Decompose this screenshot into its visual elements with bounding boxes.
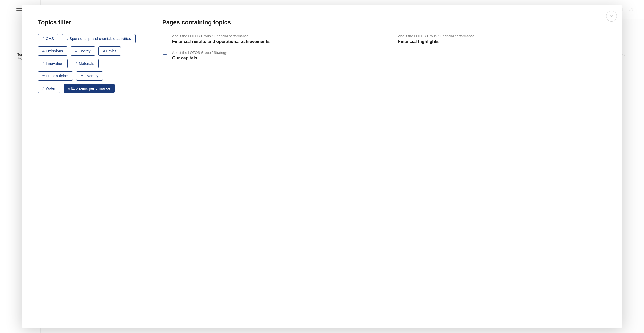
page-title-0: Financial results and operational achiev… <box>172 39 270 44</box>
modal-dialog: × Topics filter # OHS # Sponsorship and … <box>22 5 622 328</box>
pages-list-right: → About the LOTOS Group / Financial perf… <box>388 34 606 61</box>
page-link-1[interactable]: → About the LOTOS Group / Strategy Our c… <box>162 51 380 61</box>
page-link-0[interactable]: → About the LOTOS Group / Financial perf… <box>162 34 380 44</box>
pages-section-title: Pages containing topics <box>162 19 606 26</box>
tag-human-rights[interactable]: # Human rights <box>38 71 73 81</box>
page-breadcrumb-1: About the LOTOS Group / Strategy <box>172 51 227 55</box>
modal-close-button[interactable]: × <box>606 11 617 22</box>
page-link-content-0: About the LOTOS Group / Financial perfor… <box>172 34 270 44</box>
pages-list-left: → About the LOTOS Group / Financial perf… <box>162 34 380 61</box>
modal-body: Topics filter # OHS # Sponsorship and ch… <box>22 5 622 328</box>
page-link-content-1: About the LOTOS Group / Strategy Our cap… <box>172 51 227 61</box>
tags-container: # OHS # Sponsorship and charitable activ… <box>38 34 146 93</box>
tag-ethics[interactable]: # Ethics <box>98 46 121 56</box>
topics-filter-section: Topics filter # OHS # Sponsorship and ch… <box>38 19 146 314</box>
tag-materials[interactable]: # Materials <box>71 59 98 68</box>
page-breadcrumb-2: About the LOTOS Group / Financial perfor… <box>398 34 474 38</box>
arrow-icon-0: → <box>162 35 168 41</box>
tag-diversity[interactable]: # Diversity <box>76 71 103 81</box>
tag-sponsorship[interactable]: # Sponsorship and charitable activities <box>62 34 136 43</box>
tag-emissions[interactable]: # Emissions <box>38 46 67 56</box>
pages-containing-section: Pages containing topics → About the LOTO… <box>162 19 606 314</box>
page-title-1: Our capitals <box>172 56 227 61</box>
page-link-2[interactable]: → About the LOTOS Group / Financial perf… <box>388 34 606 44</box>
page-title-2: Financial highlights <box>398 39 474 44</box>
tag-water[interactable]: # Water <box>38 84 60 93</box>
topics-filter-title: Topics filter <box>38 19 146 26</box>
arrow-icon-2: → <box>388 35 394 41</box>
tag-ohs[interactable]: # OHS <box>38 34 58 43</box>
tag-innovation[interactable]: # Innovation <box>38 59 68 68</box>
page-breadcrumb-0: About the LOTOS Group / Financial perfor… <box>172 34 270 38</box>
page-link-content-2: About the LOTOS Group / Financial perfor… <box>398 34 474 44</box>
arrow-icon-1: → <box>162 51 168 57</box>
tag-energy[interactable]: # Energy <box>71 46 95 56</box>
tag-economic-performance[interactable]: # Economic performance <box>64 84 115 93</box>
pages-columns: → About the LOTOS Group / Financial perf… <box>162 34 606 61</box>
